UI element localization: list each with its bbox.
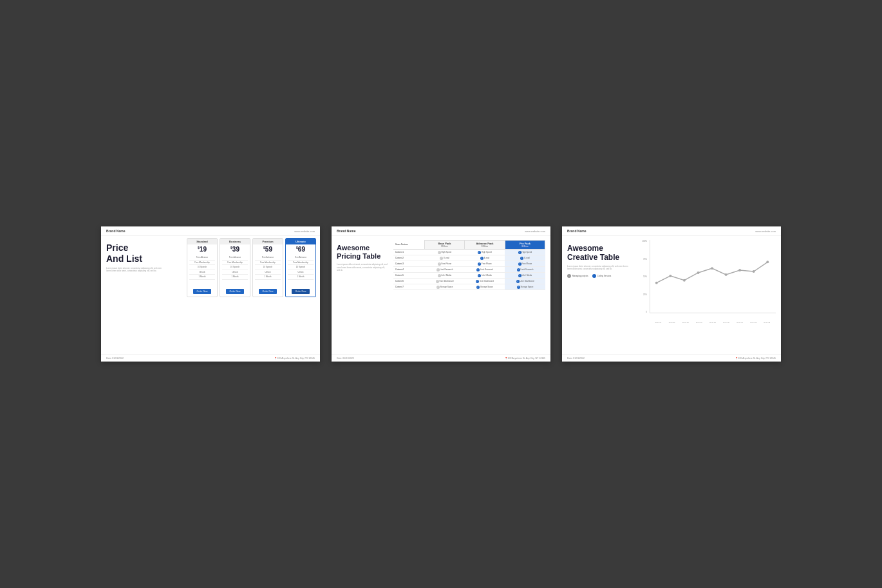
advance-pack-header: Advance Pack $39/mo (465, 241, 505, 250)
table-row: Content 7 ✓ Storage Space ✓ Storage Spac… (393, 284, 545, 290)
pricing-col-ultimate: Ultimate $69 Free AdvanceFree Membership… (285, 238, 316, 297)
base-pack-header: Base Pack $19/mo (425, 241, 465, 250)
check-icon: ✓ (518, 251, 521, 254)
check-icon: ✓ (480, 257, 483, 260)
col-btn-business[interactable]: Order Now (220, 281, 250, 297)
table-row: Content 6 ✓ User Dashboard ✓ User Dashbo… (393, 279, 545, 284)
check-icon: ✓ (517, 268, 520, 271)
slide3-content: Awesome Creative Table Lorem ipsum dolor… (562, 236, 781, 333)
check-icon: ✓ (478, 274, 481, 277)
feature-col-header: Some Feature (393, 241, 425, 250)
feature-comparison-table: Some Feature Base Pack $19/mo Advance Pa… (393, 240, 545, 290)
slide3-date: Date: 01/01/2022 (567, 357, 585, 360)
slide1-footer: Date: 01/01/2022 📍 100 Anywhere St. Any … (101, 354, 320, 362)
slide2-date: Date: 01/01/2022 (337, 357, 354, 360)
slide-2: Brand Name www.website.com Awesome Prici… (332, 226, 550, 362)
slide2-header: Brand Name www.website.com (332, 226, 550, 236)
pricing-col-premium: Premium $59 Free AdvanceFree Membership1… (252, 238, 283, 297)
check-icon: ✓ (438, 274, 441, 277)
col-features-premium: Free AdvanceFree Membership10 SpeechUnlo… (253, 254, 283, 281)
table-row: Content 5 ✓ Info / Media ✓ Info / Media … (393, 273, 545, 279)
order-btn-standard[interactable]: Order Now (193, 289, 212, 294)
check-icon: ✓ (440, 257, 443, 260)
col-header-business: Business (220, 239, 250, 244)
check-icon: ✓ (520, 257, 523, 260)
pricing-col-business: Business $39 Free AdvanceFree Membership… (220, 238, 250, 297)
slide2-description: Lorem ipsum dolor sit amet, consectetur … (337, 263, 388, 271)
slide-3: Brand Name www.website.com Awesome Creat… (562, 226, 781, 362)
slide-1: Brand Name www.website.com Price And Lis… (101, 226, 320, 362)
legend-dot-gray (567, 274, 571, 278)
table-row: Content 3 ✓ Free Phone ✓ Free Phone ✓ Fr… (393, 261, 545, 267)
check-icon: ✓ (518, 274, 521, 277)
check-icon: ✓ (478, 251, 481, 254)
slide2-website: www.website.com (525, 230, 545, 233)
col-price-standard: $19 (187, 244, 217, 254)
bar-chart: 100% 75% 50% 25% 0 (637, 240, 776, 324)
pro-pack-header: Pro Pack $59/mo (505, 241, 545, 250)
chart-bars (650, 240, 776, 313)
legend-dot-blue (592, 274, 596, 278)
check-icon: ✓ (476, 286, 480, 289)
col-features-standard: Free AdvanceFree Membership10 SpeechUnlo… (187, 254, 217, 281)
pricing-table: Standard $19 Free AdvanceFree Membership… (187, 238, 316, 297)
table-row: Content 4 ✓ Limit Research ✓ Limit Resea… (393, 267, 545, 273)
legend-label-gray: Managing projects (572, 275, 588, 277)
slide1-brand: Brand Name (106, 229, 125, 233)
slide2-brand: Brand Name (337, 229, 355, 233)
chart-y-axis: 100% 75% 50% 25% 0 (637, 240, 648, 313)
slide2-title: Awesome Pricing Table (337, 244, 388, 261)
slides-container: Brand Name www.website.com Price And Lis… (88, 214, 794, 374)
col-features-ultimate: Free AdvanceFree Membership10 SpeechUnlo… (286, 254, 315, 281)
legend-item-blue: Coding Services (592, 274, 612, 278)
col-btn-premium[interactable]: Order Now (253, 281, 283, 297)
slide3-header: Brand Name www.website.com (562, 226, 781, 236)
check-icon: ✓ (436, 286, 440, 289)
order-btn-premium[interactable]: Order Now (259, 289, 277, 294)
slide3-address: 📍 100 Anywhere St. Any City, NY 12345 (735, 357, 776, 360)
chart-legend: Managing projects Coding Services (567, 274, 632, 278)
col-header-standard: Standard (187, 239, 217, 244)
slide3-brand: Brand Name (567, 229, 586, 233)
check-icon: ✓ (478, 262, 481, 266)
chart-x-axis: DATA 01 DATA 02 DATA 03 DATA 04 DATA 05 … (650, 322, 776, 324)
legend-label-blue: Coding Services (597, 275, 612, 277)
check-icon: ✓ (476, 268, 480, 271)
check-icon: ✓ (476, 280, 479, 283)
slide2-right-panel: Some Feature Base Pack $19/mo Advance Pa… (393, 240, 545, 290)
slide3-website: www.website.com (755, 230, 776, 233)
check-icon: ✓ (516, 280, 520, 283)
col-price-business: $39 (220, 244, 250, 254)
col-price-premium: $59 (253, 244, 283, 254)
slide3-left-panel: Awesome Creative Table Lorem ipsum dolor… (567, 240, 632, 324)
check-icon: ✓ (518, 262, 521, 266)
slide3-description: Lorem ipsum dolor sit amet, consectetur … (567, 265, 632, 270)
order-btn-business[interactable]: Order Now (226, 289, 245, 294)
col-btn-standard[interactable]: Order Now (187, 281, 217, 297)
check-icon: ✓ (436, 268, 440, 271)
col-header-ultimate: Ultimate (286, 239, 315, 244)
slide1-description: Lorem ipsum dolor sit amet, consectetur … (106, 267, 164, 272)
check-icon: ✓ (436, 280, 439, 283)
slide1-address: 📍 100 Anywhere St. Any City, NY 12345 (274, 357, 315, 360)
slide1-website: www.website.com (294, 230, 315, 233)
slide2-left-panel: Awesome Pricing Table Lorem ipsum dolor … (337, 240, 388, 290)
slide2-footer: Date: 01/01/2022 📍 100 Anywhere St. Any … (332, 354, 550, 362)
slide3-footer: Date: 01/01/2022 📍 100 Anywhere St. Any … (562, 354, 781, 362)
check-icon: ✓ (438, 251, 441, 254)
col-btn-ultimate[interactable]: Order Now (286, 281, 315, 297)
col-price-ultimate: $69 (286, 244, 315, 254)
slide2-content: Awesome Pricing Table Lorem ipsum dolor … (332, 236, 550, 299)
slide1-header: Brand Name www.website.com (101, 226, 320, 236)
table-row: Content 1 ✓ High Speed ✓ High Speed ✓ Hi… (393, 250, 545, 255)
check-icon: ✓ (517, 286, 520, 289)
slide1-date: Date: 01/01/2022 (106, 357, 124, 360)
order-btn-ultimate[interactable]: Order Now (292, 289, 310, 294)
col-header-premium: Premium (253, 239, 283, 244)
slide3-chart-area: 100% 75% 50% 25% 0 (637, 240, 776, 324)
slide2-address: 📍 100 Anywhere St. Any City, NY 12345 (505, 357, 545, 360)
pricing-col-standard: Standard $19 Free AdvanceFree Membership… (187, 238, 218, 297)
slide3-title: Awesome Creative Table (567, 244, 632, 262)
col-features-business: Free AdvanceFree Membership10 SpeechUnlo… (220, 254, 250, 281)
check-icon: ✓ (438, 262, 441, 266)
